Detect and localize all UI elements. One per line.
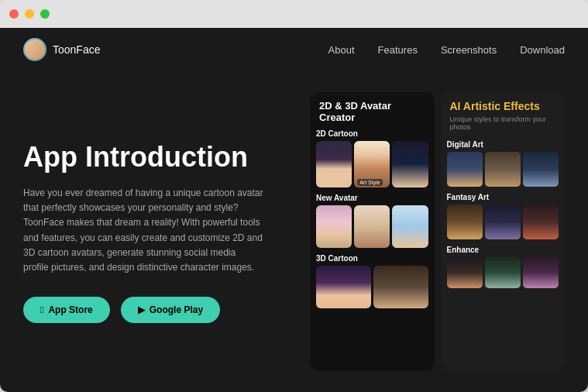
section-enhance: Enhance: [441, 242, 566, 288]
maximize-button[interactable]: [40, 9, 50, 19]
brand-logo: [23, 38, 46, 61]
label-digital-art: Digital Art: [441, 137, 566, 152]
avatar-img-2d-1: [316, 141, 352, 187]
avatar-img-new-3: [392, 205, 428, 248]
ai-card-enhance-2: [485, 257, 521, 288]
ai-img-digital-1: [447, 152, 483, 187]
ai-effects-panel: AI Artistic Effects Unique styles to tra…: [441, 92, 566, 371]
avatar-card-new-1: [316, 205, 352, 248]
nav-brand: ToonFace: [23, 38, 100, 61]
label-2d-cartoon: 2D Cartoon: [310, 126, 435, 141]
avatar-creator-panel: 2D & 3D Avatar Creator 2D Cartoon: [310, 92, 435, 371]
logo-face: [25, 40, 45, 60]
ai-card-fantasy-1: [447, 205, 483, 239]
avatar-card-3d-1: [316, 266, 371, 308]
avatar-card-new-3: [392, 205, 428, 248]
ai-card-fantasy-3: [523, 205, 559, 239]
ai-img-digital-3: [523, 152, 559, 187]
avatar-panel-title: 2D & 3D Avatar Creator: [310, 92, 435, 126]
ai-card-digital-3: [523, 152, 559, 187]
label-enhance: Enhance: [441, 242, 566, 257]
brand-name: ToonFace: [53, 43, 100, 56]
hero-buttons:  App Store ▶ Google Play: [23, 297, 287, 323]
hero-visuals: 2D & 3D Avatar Creator 2D Cartoon: [310, 92, 565, 371]
ai-card-digital-2: [485, 152, 521, 187]
label-fantasy-art: Fantasy Art: [441, 190, 566, 205]
browser-content: ToonFace About Features Screenshots Down…: [0, 28, 588, 392]
ai-img-enhance-2: [485, 257, 521, 288]
label-new-avatar: New Avatar: [310, 191, 435, 205]
googleplay-icon: ▶: [138, 304, 145, 315]
ai-card-digital-1: [447, 152, 483, 187]
close-button[interactable]: [9, 9, 19, 19]
nav-link-download[interactable]: Download: [520, 44, 565, 56]
apple-icon: : [40, 304, 43, 315]
section-new-avatar: New Avatar: [310, 191, 435, 248]
hero-text: App Introduction Have you ever dreamed o…: [23, 140, 287, 323]
avatar-card-2d-2: Art Style: [354, 141, 390, 187]
digital-art-grid: [441, 152, 566, 187]
art-style-label: Art Style: [357, 179, 382, 186]
ai-img-fantasy-2: [485, 205, 521, 239]
hero-description: Have you ever dreamed of having a unique…: [23, 186, 263, 275]
label-3d-cartoon: 3D Cartoon: [310, 251, 435, 266]
avatar-img-3d-2: [373, 266, 428, 308]
ai-card-fantasy-2: [485, 205, 521, 239]
ai-img-digital-2: [485, 152, 521, 187]
minimize-button[interactable]: [25, 9, 34, 19]
enhance-grid: [441, 257, 566, 288]
section-digital-art: Digital Art: [441, 137, 566, 187]
avatar-img-2d-3: [392, 141, 428, 187]
ai-img-enhance-1: [447, 257, 483, 288]
hero-section: App Introduction Have you ever dreamed o…: [0, 71, 588, 392]
nav-link-screenshots[interactable]: Screenshots: [441, 44, 497, 56]
ai-panel-title: AI Artistic Effects: [441, 92, 566, 114]
googleplay-label: Google Play: [150, 304, 203, 315]
googleplay-button[interactable]: ▶ Google Play: [121, 297, 220, 323]
ai-card-enhance-1: [447, 257, 483, 288]
fantasy-art-grid: [441, 205, 566, 239]
avatar-card-3d-2: [373, 266, 428, 308]
section-fantasy-art: Fantasy Art: [441, 190, 566, 239]
ai-img-fantasy-3: [523, 205, 559, 239]
ai-img-enhance-3: [523, 257, 559, 288]
avatar-card-2d-1: [316, 141, 352, 187]
ai-panel-subtitle: Unique styles to transform your photos: [441, 114, 566, 137]
nav-link-features[interactable]: Features: [378, 44, 418, 56]
nav-links: About Features Screenshots Download: [328, 44, 565, 56]
avatar-panel-content: 2D Cartoon Art Style: [310, 126, 435, 371]
avatar-img-new-2: [354, 205, 390, 248]
appstore-label: App Store: [48, 304, 92, 315]
hero-title: App Introduction: [23, 140, 287, 174]
avatar-img-new-1: [316, 205, 352, 248]
appstore-button[interactable]:  App Store: [23, 297, 110, 323]
avatar-img-3d-1: [316, 266, 371, 308]
nav-link-about[interactable]: About: [328, 44, 355, 56]
ai-card-enhance-3: [523, 257, 559, 288]
section-3d-cartoon: 3D Cartoon: [310, 251, 435, 308]
avatar-card-2d-3: [392, 141, 428, 187]
section-2d-cartoon: 2D Cartoon Art Style: [310, 126, 435, 187]
navbar: ToonFace About Features Screenshots Down…: [0, 28, 588, 71]
avatar-card-new-2: [354, 205, 390, 248]
ai-img-fantasy-1: [447, 205, 483, 239]
browser-titlebar: [0, 0, 588, 28]
